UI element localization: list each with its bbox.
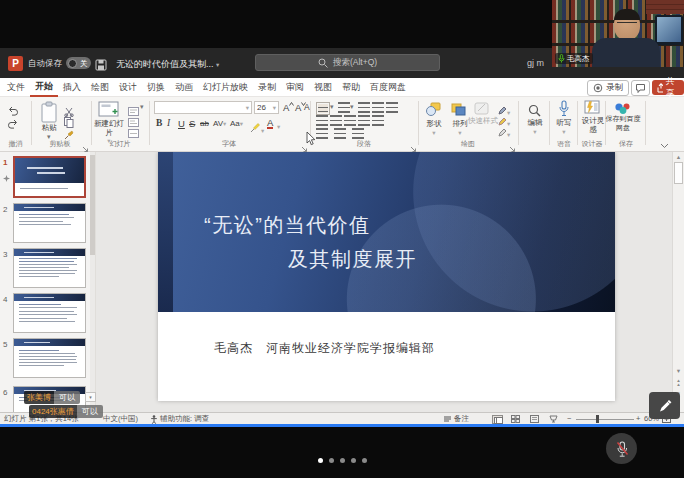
record-button[interactable]: 录制 bbox=[587, 80, 629, 96]
shadow-button[interactable]: ab bbox=[200, 118, 209, 129]
drawing-dialog-launcher[interactable] bbox=[509, 139, 516, 146]
numbering-button[interactable] bbox=[338, 102, 350, 113]
share-icon bbox=[657, 83, 663, 93]
zoom-out-button[interactable]: − bbox=[567, 414, 571, 424]
line-spacing-button[interactable] bbox=[386, 102, 398, 113]
autosave-toggle[interactable]: 关 bbox=[66, 57, 91, 69]
page-indicator-dots[interactable] bbox=[318, 458, 367, 463]
arrange-button[interactable] bbox=[451, 102, 466, 120]
thumbnail-slide-2[interactable] bbox=[13, 203, 86, 243]
share-button[interactable]: 共享 bbox=[652, 80, 684, 95]
document-title[interactable]: 无讼的时代价值及其制... ▾ bbox=[116, 58, 219, 71]
font-color-dropdown[interactable]: ▾ bbox=[277, 123, 280, 131]
chat-sender-name: 0424张惠倩 bbox=[29, 405, 77, 418]
mute-microphone-button[interactable] bbox=[606, 433, 637, 464]
char-spacing-button[interactable]: AV▾ bbox=[213, 118, 226, 129]
slide-sorter-view-button[interactable] bbox=[511, 415, 522, 424]
previous-slide-button[interactable]: ▲▲ bbox=[673, 379, 684, 386]
thumbnail-slide-3[interactable] bbox=[13, 248, 86, 288]
justify-button[interactable] bbox=[358, 115, 370, 126]
thumbnail-slide-4[interactable] bbox=[13, 293, 86, 333]
tab-animations[interactable]: 动画 bbox=[170, 79, 198, 96]
grow-font-button[interactable]: A bbox=[283, 102, 294, 113]
font-size-combo[interactable]: 26▾ bbox=[254, 101, 279, 114]
paragraph-dialog-launcher[interactable] bbox=[410, 139, 417, 146]
slide-canvas[interactable]: “无讼”的当代价值 及其制度展开 毛高杰 河南牧业经济学院学报编辑部 bbox=[158, 152, 615, 401]
reading-view-button[interactable] bbox=[530, 415, 541, 424]
tab-record[interactable]: 录制 bbox=[253, 79, 281, 96]
scroll-down-arrow[interactable]: ▼ bbox=[673, 367, 684, 375]
bold-button[interactable]: B bbox=[156, 118, 162, 129]
search-input[interactable]: 搜索(Alt+Q) bbox=[255, 54, 440, 71]
tab-home[interactable]: 开始 bbox=[30, 78, 58, 97]
slide-author[interactable]: 毛高杰 河南牧业经济学院学报编辑部 bbox=[214, 340, 435, 357]
highlight-pen-icon[interactable]: ▾ bbox=[250, 119, 264, 137]
slide-title-line2[interactable]: 及其制度展开 bbox=[288, 246, 417, 273]
vertical-scrollbar[interactable]: ▲ ▼ ▲▲ ▼▼ bbox=[672, 152, 684, 412]
font-color-button[interactable]: A bbox=[267, 118, 273, 129]
glasses bbox=[617, 22, 637, 27]
align-text-button[interactable] bbox=[334, 128, 346, 139]
save-baidu-label: 保存到百度网盘 bbox=[604, 115, 642, 132]
tab-transitions[interactable]: 切换 bbox=[142, 79, 170, 96]
comments-button[interactable] bbox=[631, 80, 650, 96]
collapse-ribbon-button[interactable] bbox=[660, 135, 669, 153]
thumbnail-scrollbar[interactable] bbox=[90, 152, 95, 412]
chat-message-text: 可以 bbox=[54, 391, 80, 404]
accessibility-status[interactable]: 辅助功能: 调查 bbox=[160, 414, 209, 424]
align-center-button[interactable] bbox=[330, 115, 342, 126]
scrollbar-thumb[interactable] bbox=[674, 162, 683, 184]
redo-button[interactable] bbox=[7, 115, 19, 133]
clipboard-dialog-launcher[interactable] bbox=[82, 139, 89, 146]
columns-button[interactable] bbox=[372, 115, 384, 126]
thumbnail-slide-1[interactable] bbox=[13, 156, 86, 198]
participant-video[interactable]: 毛高杰 bbox=[552, 0, 684, 67]
language-indicator[interactable]: 中文(中国) bbox=[103, 414, 138, 424]
convert-smartart-button[interactable] bbox=[352, 128, 364, 139]
scroll-up-arrow[interactable]: ▲ bbox=[673, 153, 684, 161]
tab-design[interactable]: 设计 bbox=[114, 79, 142, 96]
save-icon[interactable] bbox=[95, 57, 107, 75]
tab-review[interactable]: 审阅 bbox=[281, 79, 309, 96]
screen-share-border bbox=[0, 424, 684, 427]
align-left-button[interactable] bbox=[316, 115, 328, 126]
normal-view-button[interactable] bbox=[492, 415, 503, 424]
tab-slideshow[interactable]: 幻灯片放映 bbox=[198, 79, 253, 96]
zoom-in-button[interactable]: + bbox=[636, 414, 640, 424]
participant-torso bbox=[592, 38, 660, 67]
tab-help[interactable]: 帮助 bbox=[337, 79, 365, 96]
underline-button[interactable]: U bbox=[178, 118, 185, 129]
clear-format-button[interactable]: A bbox=[304, 102, 310, 113]
decrease-indent-button[interactable] bbox=[358, 102, 370, 113]
notes-button[interactable]: 备注 bbox=[454, 414, 469, 424]
strikethrough-button[interactable]: S bbox=[189, 118, 195, 129]
account-name[interactable]: gj m bbox=[527, 58, 544, 68]
thumbnail-slide-5[interactable] bbox=[13, 338, 86, 378]
annotation-tool-button[interactable] bbox=[649, 392, 680, 419]
pen-icon bbox=[657, 398, 673, 414]
zoom-slider-thumb[interactable] bbox=[596, 415, 599, 423]
mic-on-icon bbox=[558, 54, 565, 63]
panel-expand-arrow[interactable]: ▾ bbox=[85, 392, 96, 402]
bullets-button[interactable] bbox=[316, 102, 330, 115]
tab-insert[interactable]: 插入 bbox=[58, 79, 86, 96]
text-direction-button[interactable] bbox=[316, 128, 328, 139]
slideshow-view-button[interactable] bbox=[549, 415, 560, 424]
zoom-slider-track[interactable] bbox=[576, 419, 634, 420]
tab-draw[interactable]: 绘图 bbox=[86, 79, 114, 96]
font-name-combo[interactable]: ▾ bbox=[154, 101, 252, 114]
tab-baidu-netdisk[interactable]: 百度网盘 bbox=[365, 79, 411, 96]
italic-button[interactable]: I bbox=[167, 118, 170, 129]
tab-file[interactable]: 文件 bbox=[2, 79, 30, 96]
dot bbox=[351, 458, 356, 463]
increase-indent-button[interactable] bbox=[372, 102, 384, 113]
toggle-knob bbox=[68, 59, 77, 68]
shapes-button[interactable] bbox=[425, 102, 441, 120]
change-case-button[interactable]: Aa▾ bbox=[230, 118, 243, 129]
monitor-in-background bbox=[655, 15, 683, 45]
tab-view[interactable]: 视图 bbox=[309, 79, 337, 96]
slide-title-line1[interactable]: “无讼”的当代价值 bbox=[204, 212, 371, 239]
align-right-button[interactable] bbox=[344, 115, 356, 126]
paragraph-group-label: 段落 bbox=[311, 139, 417, 149]
record-label: 录制 bbox=[606, 82, 623, 94]
